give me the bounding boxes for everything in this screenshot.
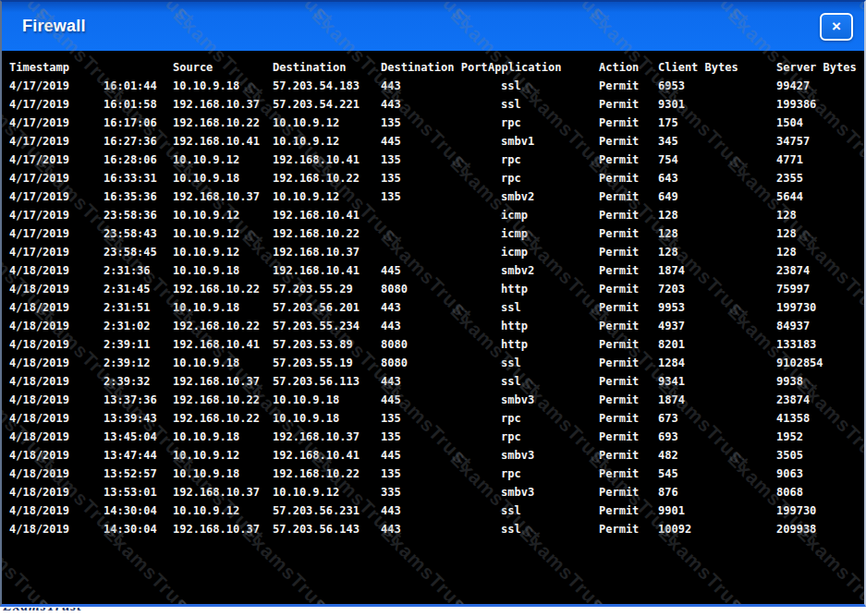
close-button[interactable]: × (820, 13, 853, 41)
cell-client-bytes: 7203 (658, 280, 776, 298)
cell-action: Permit (599, 409, 658, 428)
cell-port: 135 (381, 428, 488, 446)
watermark-text: ExamsTrust (861, 596, 866, 607)
cell-port: 135 (381, 187, 488, 206)
cell-destination: 57.203.55.234 (273, 317, 381, 335)
cell-date: 4/18/2019 (9, 298, 104, 317)
table-row: 4/18/201913:53:01192.168.10.3710.10.9.12… (9, 483, 864, 501)
cell-date: 4/17/2019 (9, 132, 104, 151)
cell-date: 4/17/2019 (9, 169, 104, 187)
cell-application: ssl (488, 520, 599, 538)
window-titlebar[interactable]: Firewall × (2, 2, 864, 51)
cell-port: 135 (381, 409, 488, 428)
cell-server-bytes: 99427 (776, 77, 864, 95)
cell-time: 2:31:51 (104, 298, 173, 317)
cell-client-bytes: 693 (658, 428, 776, 446)
cell-client-bytes: 10092 (658, 520, 776, 538)
cell-client-bytes: 9301 (658, 95, 776, 114)
cell-time: 23:58:36 (104, 206, 173, 224)
cell-application: smbv3 (488, 483, 599, 501)
cell-port: 8080 (381, 335, 488, 354)
cell-port: 8080 (381, 354, 488, 372)
table-row: 4/17/201916:33:3110.10.9.18192.168.10.22… (9, 169, 864, 187)
cell-source: 10.10.9.18 (173, 77, 273, 95)
cell-time: 16:01:58 (104, 95, 173, 114)
cell-client-bytes: 8201 (658, 335, 776, 354)
cell-port (381, 206, 488, 224)
cell-source: 10.10.9.12 (173, 206, 273, 224)
cell-server-bytes: 75997 (776, 280, 864, 298)
watermark-text: ExamsTrust (723, 596, 823, 607)
cell-server-bytes: 9102854 (776, 354, 864, 372)
cell-destination: 192.168.10.41 (273, 151, 381, 169)
cell-source: 192.168.10.37 (173, 520, 273, 538)
cell-time: 2:39:11 (104, 335, 173, 354)
cell-source: 192.168.10.22 (173, 114, 273, 132)
cell-date: 4/18/2019 (9, 354, 104, 372)
cell-server-bytes: 2355 (776, 169, 864, 187)
cell-port: 443 (381, 520, 488, 538)
cell-action: Permit (599, 187, 658, 206)
cell-port: 445 (381, 261, 488, 280)
watermark-text: ExamsTrust (30, 596, 129, 607)
cell-action: Permit (599, 280, 658, 298)
cell-destination: 57.203.54.183 (273, 77, 381, 95)
cell-port: 443 (381, 77, 488, 95)
cell-destination: 57.203.55.19 (273, 354, 381, 372)
cell-date: 4/17/2019 (9, 187, 104, 206)
cell-date: 4/17/2019 (9, 114, 104, 132)
cell-server-bytes: 5644 (776, 187, 864, 206)
table-row: 4/18/20192:39:32192.168.10.3757.203.56.1… (9, 372, 864, 391)
table-row: 4/18/20192:39:1210.10.9.1857.203.55.1980… (9, 354, 864, 372)
cell-source: 10.10.9.12 (173, 446, 273, 465)
cell-application: rpc (488, 151, 599, 169)
cell-server-bytes: 23874 (776, 261, 864, 280)
cell-client-bytes: 876 (658, 483, 776, 501)
cell-source: 10.10.9.18 (173, 261, 273, 280)
cell-action: Permit (599, 298, 658, 317)
cell-destination: 10.10.9.18 (273, 391, 381, 409)
cell-application: ssl (488, 298, 599, 317)
cell-client-bytes: 754 (658, 151, 776, 169)
cell-date: 4/18/2019 (9, 391, 104, 409)
table-row: 4/18/20192:31:5110.10.9.1857.203.56.2014… (9, 298, 864, 317)
cell-client-bytes: 9901 (658, 501, 776, 520)
cell-client-bytes: 1874 (658, 261, 776, 280)
cell-action: Permit (599, 261, 658, 280)
cell-port (381, 243, 488, 261)
cell-server-bytes: 128 (776, 243, 864, 261)
cell-source: 192.168.10.37 (173, 95, 273, 114)
cell-server-bytes: 8068 (776, 483, 864, 501)
cell-application: ssl (488, 77, 599, 95)
table-row: 4/18/201913:37:36192.168.10.2210.10.9.18… (9, 391, 864, 409)
cell-source: 192.168.10.37 (173, 187, 273, 206)
log-rows: 4/17/201916:01:4410.10.9.1857.203.54.183… (9, 77, 864, 538)
cell-port: 8080 (381, 280, 488, 298)
cell-action: Permit (599, 446, 658, 465)
table-row: 4/17/201923:58:4310.10.9.12192.168.10.22… (9, 224, 864, 243)
cell-action: Permit (599, 465, 658, 483)
column-header-server-bytes: Server Bytes (776, 58, 864, 77)
cell-action: Permit (599, 335, 658, 354)
cell-source: 10.10.9.18 (173, 354, 273, 372)
cell-action: Permit (599, 243, 658, 261)
background-clipped-text: ExamsTrust (3, 608, 188, 616)
cell-port: 135 (381, 114, 488, 132)
cell-client-bytes: 9953 (658, 298, 776, 317)
cell-application: http (488, 335, 599, 354)
cell-time: 2:31:02 (104, 317, 173, 335)
cell-server-bytes: 133183 (776, 335, 864, 354)
cell-time: 2:39:32 (104, 372, 173, 391)
cell-time: 23:58:43 (104, 224, 173, 243)
cell-client-bytes: 1874 (658, 391, 776, 409)
cell-server-bytes: 199386 (776, 95, 864, 114)
cell-client-bytes: 128 (658, 243, 776, 261)
cell-application: smbv2 (488, 261, 599, 280)
cell-destination: 57.203.56.201 (273, 298, 381, 317)
cell-destination: 57.203.55.29 (273, 280, 381, 298)
cell-source: 192.168.10.41 (173, 132, 273, 151)
table-row: 4/17/201916:17:06192.168.10.2210.10.9.12… (9, 114, 864, 132)
cell-port: 443 (381, 95, 488, 114)
cell-application: ssl (488, 354, 599, 372)
cell-server-bytes: 128 (776, 224, 864, 243)
